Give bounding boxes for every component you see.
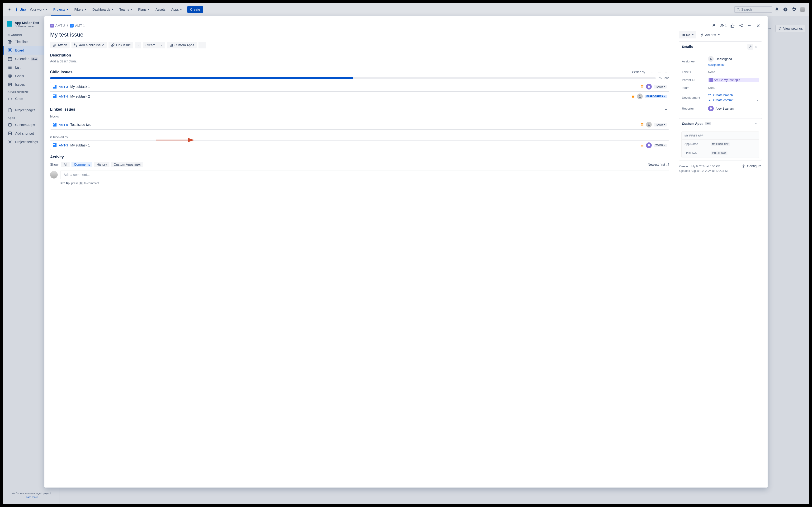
- nav-filters[interactable]: Filters: [72, 6, 89, 13]
- view-settings-button[interactable]: View settings: [775, 25, 805, 32]
- calendar-icon: [8, 56, 12, 61]
- create-branch-link[interactable]: Create branch: [708, 93, 759, 97]
- nav-plans[interactable]: Plans: [136, 6, 152, 13]
- status-chip[interactable]: TO DO: [654, 85, 667, 89]
- tab-custom-apps[interactable]: Custom AppsDEV: [111, 162, 143, 167]
- labels-value[interactable]: None: [708, 70, 759, 74]
- configure-fields-icon[interactable]: [747, 44, 753, 50]
- description-field[interactable]: Add a description...: [50, 59, 669, 63]
- add-link-icon[interactable]: [663, 106, 669, 113]
- profile-avatar[interactable]: [799, 6, 806, 13]
- status-chip[interactable]: IN PROGRESS: [645, 95, 667, 98]
- new-badge: NEW: [31, 57, 38, 61]
- more-actions-button[interactable]: [199, 42, 206, 48]
- svg-rect-15: [8, 49, 9, 52]
- tab-comments[interactable]: Comments: [71, 162, 92, 167]
- assignee-avatar[interactable]: [637, 94, 643, 99]
- add-child-icon[interactable]: [663, 69, 669, 75]
- svg-point-39: [749, 25, 750, 26]
- team-value[interactable]: None: [708, 86, 759, 90]
- link-issue-button[interactable]: Link issue: [109, 42, 133, 48]
- settings-icon: [8, 139, 12, 144]
- chevron-up-icon[interactable]: [753, 44, 759, 50]
- attach-button[interactable]: Attach: [50, 42, 69, 48]
- nav-your-work[interactable]: Your work: [27, 6, 50, 13]
- create-commit-link[interactable]: Create commit: [708, 98, 734, 102]
- blocks-list: AMT-5 Test issue two ☰ TO DO: [50, 120, 669, 129]
- nav-apps[interactable]: Apps: [169, 6, 184, 13]
- order-by-dropdown[interactable]: Order by: [632, 70, 653, 74]
- svg-rect-43: [170, 44, 171, 45]
- issue-key[interactable]: AMT-4: [59, 95, 68, 98]
- sort-button[interactable]: Newest first: [648, 163, 669, 166]
- details-header[interactable]: Details: [679, 42, 762, 52]
- dev-badge: DEV: [134, 164, 141, 166]
- svg-point-20: [9, 75, 11, 77]
- custom-apps-header[interactable]: Custom Apps DEV: [679, 118, 762, 129]
- like-icon[interactable]: [729, 22, 736, 30]
- child-issue-row[interactable]: AMT-4 My subtask 2 ☰ IN PROGRESS: [50, 92, 669, 101]
- issue-title[interactable]: My test issue: [50, 31, 669, 38]
- nav-dashboards[interactable]: Dashboards: [90, 6, 116, 13]
- tab-all[interactable]: All: [61, 162, 70, 167]
- svg-point-42: [76, 46, 77, 47]
- add-child-button[interactable]: Add a child issue: [71, 42, 107, 48]
- list-icon: [8, 65, 12, 70]
- child-issue-row[interactable]: AMT-3 My subtask 1 ☰ TO DO: [50, 82, 669, 92]
- svg-point-32: [779, 29, 780, 30]
- chevron-up-icon[interactable]: [753, 121, 759, 126]
- linked-issue-row[interactable]: AMT-5 Test issue two ☰ TO DO: [50, 120, 669, 129]
- tab-history[interactable]: History: [94, 162, 109, 167]
- subtask-icon: [53, 85, 56, 89]
- nav-assets[interactable]: Assets: [153, 6, 168, 13]
- parent-field[interactable]: AMT-2 My test epic: [708, 77, 759, 82]
- assignee-field[interactable]: Unassigned: [708, 56, 759, 62]
- status-chip[interactable]: TO DO: [654, 144, 667, 147]
- svg-point-38: [748, 25, 749, 26]
- svg-rect-58: [53, 144, 55, 145]
- notifications-icon[interactable]: [773, 6, 781, 13]
- custom-apps-button[interactable]: Custom Apps: [167, 42, 197, 48]
- reporter-field[interactable]: Aloy Scanlan: [708, 106, 759, 111]
- issue-key[interactable]: AMT-3: [59, 144, 68, 147]
- comment-input[interactable]: Add a comment...: [61, 170, 669, 179]
- more-icon[interactable]: [746, 22, 753, 30]
- breadcrumb-epic[interactable]: AMT-2: [50, 24, 65, 27]
- status-dropdown[interactable]: To Do: [679, 31, 696, 39]
- add-icon: [8, 131, 12, 136]
- svg-point-60: [750, 46, 751, 47]
- svg-rect-17: [11, 49, 12, 51]
- create-dropdown[interactable]: Create: [143, 42, 165, 48]
- jira-logo[interactable]: Jira: [14, 7, 26, 12]
- learn-more-link[interactable]: Learn more: [7, 496, 56, 499]
- nav-teams[interactable]: Teams: [117, 6, 135, 13]
- settings-icon[interactable]: [790, 6, 798, 13]
- svg-point-63: [708, 94, 709, 95]
- priority-icon: ☰: [641, 123, 644, 126]
- breadcrumb-issue[interactable]: AMT-1: [70, 24, 85, 27]
- configure-button[interactable]: Configure: [742, 164, 761, 168]
- app-switcher-icon[interactable]: [6, 6, 13, 13]
- assignee-avatar[interactable]: [646, 122, 652, 127]
- child-more-icon[interactable]: [656, 69, 663, 75]
- svg-rect-22: [8, 123, 11, 126]
- watch-button[interactable]: 1: [719, 23, 728, 28]
- link-dropdown[interactable]: [135, 42, 141, 48]
- create-button[interactable]: Create: [187, 6, 203, 13]
- status-chip[interactable]: TO DO: [654, 123, 667, 126]
- chevron-down-icon[interactable]: [756, 99, 759, 101]
- actions-dropdown[interactable]: Actions: [698, 31, 722, 39]
- svg-point-37: [742, 26, 743, 27]
- close-icon[interactable]: [754, 22, 762, 30]
- help-icon[interactable]: ?: [781, 6, 789, 13]
- lock-icon[interactable]: [710, 22, 718, 30]
- issue-key[interactable]: AMT-5: [59, 123, 68, 126]
- search-input[interactable]: Search: [734, 6, 772, 13]
- share-icon[interactable]: [737, 22, 745, 30]
- assignee-avatar[interactable]: [646, 84, 652, 90]
- nav-projects[interactable]: Projects: [51, 6, 71, 13]
- issue-key[interactable]: AMT-3: [59, 85, 68, 89]
- linked-issue-row[interactable]: AMT-3 My subtask 1 ☰ TO DO: [50, 140, 669, 150]
- assign-to-me-link[interactable]: Assign to me: [708, 63, 759, 66]
- assignee-avatar[interactable]: [646, 143, 652, 148]
